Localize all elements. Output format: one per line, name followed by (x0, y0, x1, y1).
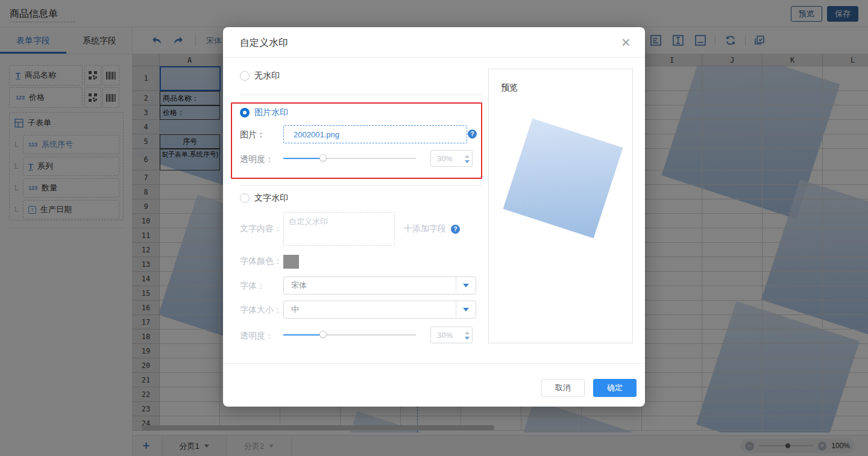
spinner-down-icon[interactable] (465, 337, 470, 340)
image-file-input[interactable]: 2002001.png (283, 125, 467, 143)
slider-fill (283, 334, 323, 336)
slider-handle[interactable] (319, 331, 327, 338)
close-icon[interactable]: × (621, 33, 631, 52)
radio-image-watermark[interactable]: 图片水印 (240, 107, 288, 118)
opacity-value: 30% (437, 154, 453, 163)
font-label: 字体： (240, 281, 265, 292)
watermark-preview-image (503, 118, 623, 238)
font-family-value: 宋体 (291, 280, 307, 291)
watermark-preview-panel: 预览 (488, 69, 633, 343)
help-icon[interactable]: ? (468, 130, 477, 139)
font-color-label: 字体颜色： (240, 256, 282, 267)
slider-fill (283, 158, 323, 159)
confirm-button[interactable]: 确定 (593, 379, 637, 397)
cancel-button[interactable]: 取消 (541, 379, 585, 397)
radio-no-watermark[interactable]: 无水印 (240, 70, 280, 81)
dialog-title: 自定义水印 (240, 37, 288, 49)
font-size-value: 中 (291, 304, 299, 315)
slider-handle[interactable] (319, 154, 327, 161)
spinner (465, 327, 470, 344)
font-family-select[interactable]: 宋体 (283, 276, 476, 295)
opacity-value: 30% (437, 331, 453, 340)
footer-divider (223, 363, 645, 364)
select-arrow (456, 277, 476, 294)
spinner-down-icon[interactable] (465, 160, 470, 163)
opacity-value-input[interactable]: 30% (430, 150, 473, 167)
opacity-label: 透明度： (240, 154, 274, 165)
font-color-swatch[interactable] (283, 255, 299, 269)
radio-label: 无水印 (254, 70, 280, 81)
chevron-down-icon (463, 284, 469, 287)
radio-label: 图片水印 (254, 107, 288, 118)
section-divider (240, 185, 482, 186)
app-window: 商品信息单 预览 保存 表单字段 系统字段 T 商品名称 123 价格 (0, 0, 868, 456)
image-label: 图片： (240, 130, 265, 140)
radio-icon-selected (240, 108, 250, 117)
radio-icon (240, 193, 250, 203)
preview-label: 预览 (501, 83, 518, 93)
custom-watermark-dialog: 自定义水印 × 无水印 图片水印 图片： 2002001.png ? 透明度： … (223, 27, 645, 407)
text-opacity-slider[interactable] (283, 334, 416, 336)
spinner-up-icon[interactable] (465, 331, 470, 334)
text-content-label: 文字内容： (240, 223, 282, 234)
font-size-select[interactable]: 中 (283, 301, 476, 319)
font-size-label: 字体大小： (240, 305, 282, 316)
text-opacity-label: 透明度： (240, 331, 274, 342)
radio-text-watermark[interactable]: 文字水印 (240, 193, 288, 204)
spinner-up-icon[interactable] (465, 155, 470, 158)
spinner (465, 151, 470, 167)
dialog-header-divider (223, 57, 645, 58)
text-opacity-value-input[interactable]: 30% (430, 326, 473, 343)
chevron-down-icon (463, 308, 469, 311)
radio-icon (240, 71, 250, 81)
radio-label: 文字水印 (254, 193, 288, 204)
opacity-slider[interactable] (283, 158, 416, 159)
section-divider (240, 95, 482, 95)
select-arrow (456, 301, 476, 318)
help-icon[interactable]: ? (451, 225, 460, 234)
text-content-textarea[interactable]: 自定义水印 (283, 212, 395, 246)
add-field-link[interactable]: 十添加字段 (404, 223, 446, 234)
